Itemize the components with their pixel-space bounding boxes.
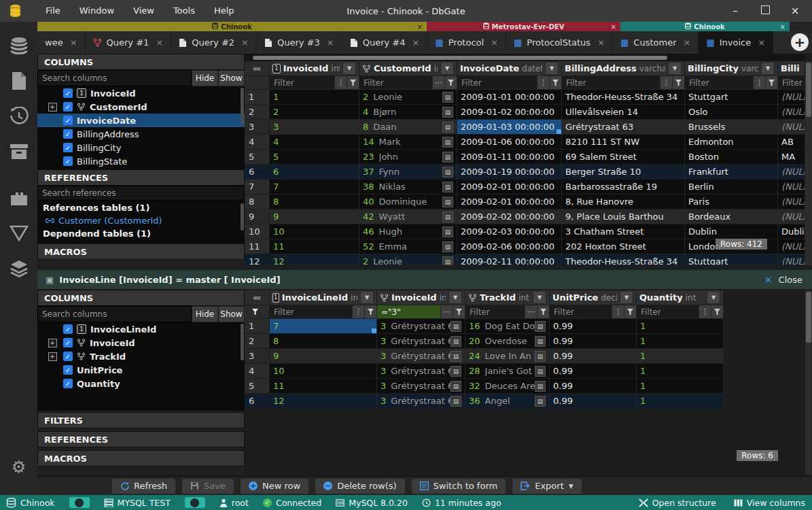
cell-invoicedate[interactable]: 2009-02-02 00:00:00 xyxy=(457,209,562,224)
rail-history-button[interactable] xyxy=(0,101,37,132)
close-connection-icon[interactable]: × xyxy=(780,23,785,31)
toolbar-new-row-button[interactable]: +New row xyxy=(241,479,308,494)
document-preview-icon[interactable]: ▤ xyxy=(451,366,461,377)
cell-customerid[interactable]: 37Fynn▤ xyxy=(359,165,457,180)
column-menu-button[interactable]: ▼ xyxy=(761,62,775,75)
status-mysql-test[interactable]: MYSQL TEST xyxy=(104,498,171,508)
cell-billingcity[interactable]: Brussels xyxy=(685,120,778,135)
filter-cell-customerid[interactable]: Filter⋯ xyxy=(359,76,457,90)
cell-billingcity[interactable]: Stuttgart xyxy=(685,254,778,265)
rail-layers-button[interactable] xyxy=(0,253,37,284)
cell-customerid[interactable]: 2Leonie▤ xyxy=(359,254,457,265)
cell-billingaddress[interactable]: 8, Rue Hanovre xyxy=(562,194,685,209)
cell-invoiceid[interactable]: 1 xyxy=(270,90,359,105)
row-number[interactable]: 6 xyxy=(245,165,270,180)
filter-funnel-button[interactable] xyxy=(444,76,457,89)
column-menu-button[interactable]: ▼ xyxy=(533,291,546,304)
filter-funnel-button[interactable] xyxy=(537,305,549,318)
tab-wee[interactable]: wee× xyxy=(37,31,86,54)
column-menu-button[interactable]: ▼ xyxy=(440,62,454,75)
filter-input[interactable]: Filter xyxy=(562,76,660,89)
document-preview-icon[interactable]: ▤ xyxy=(451,381,461,392)
document-preview-icon[interactable]: ▤ xyxy=(451,396,461,407)
row-number[interactable]: 12 xyxy=(245,254,270,265)
document-preview-icon[interactable]: ▤ xyxy=(442,167,453,177)
cell-customerid[interactable]: 4Bjørn▤ xyxy=(359,105,457,120)
cell-invoiceid[interactable]: 11 xyxy=(270,239,359,254)
column-header-customerid[interactable]: CustomerIdint▼ xyxy=(359,61,457,76)
filter-funnel-button[interactable] xyxy=(364,305,376,318)
cell-invoicedate[interactable]: 2009-02-06 00:00:00 xyxy=(457,239,562,254)
column-menu-button[interactable]: ▼ xyxy=(342,62,356,75)
cell-customerid[interactable]: 46Hugh▤ xyxy=(359,224,457,239)
document-preview-icon[interactable]: ▤ xyxy=(451,321,461,332)
cell-quantity[interactable]: 1 xyxy=(637,364,724,379)
clear-filters-button[interactable] xyxy=(245,305,270,319)
cell-invoicelineid[interactable]: 9 xyxy=(270,349,377,364)
checkbox-checked[interactable]: ✓ xyxy=(63,365,73,375)
expand-icon[interactable]: + xyxy=(48,103,57,112)
filter-input[interactable]: Filter xyxy=(778,76,805,89)
filter-cell-billi[interactable]: Filter xyxy=(778,76,805,90)
show-button-bottom[interactable]: Show xyxy=(218,306,245,322)
document-preview-icon[interactable]: ▤ xyxy=(535,366,546,377)
cell-invoicedate[interactable]: 2009-02-01 00:00:00 xyxy=(457,180,562,194)
macros-header-bottom[interactable]: MACROS xyxy=(37,450,245,466)
close-connection-icon[interactable]: × xyxy=(417,23,423,31)
column-header-billingcity[interactable]: BillingCityvarcha▼ xyxy=(685,61,778,76)
filter-cell-billingcity[interactable]: Filter⋮ xyxy=(685,76,778,90)
cell-invoiceid[interactable]: 3 xyxy=(270,120,359,135)
column-menu-button[interactable]: ▼ xyxy=(545,62,559,75)
column-item-customerid[interactable]: +✓CustomerId xyxy=(37,100,245,114)
status-chinook[interactable]: Chinook xyxy=(6,498,55,508)
expand-icon[interactable]: + xyxy=(48,352,57,361)
cell-billi[interactable]: (NULL) xyxy=(778,194,805,209)
filter-funnel-button[interactable] xyxy=(549,76,561,89)
new-tab-button[interactable]: + xyxy=(791,33,809,51)
cell-invoiceid[interactable]: 6 xyxy=(270,165,359,180)
references-header-bottom[interactable]: REFERENCES xyxy=(37,431,245,447)
close-connection-icon[interactable]: × xyxy=(611,23,616,31)
filter-input[interactable]: Filter xyxy=(550,305,612,318)
cell-invoicedate[interactable]: 2009-01-06 00:00:00 xyxy=(457,135,562,150)
cell-quantity[interactable]: 1 xyxy=(637,349,724,364)
cell-billingcity[interactable]: Boston xyxy=(685,150,778,165)
toolbar-refresh-button[interactable]: Refresh xyxy=(112,479,175,494)
tab-customer[interactable]: ▦Customer× xyxy=(613,31,699,54)
column-header-trackid[interactable]: TrackIdint▼ xyxy=(465,290,550,305)
cell-invoiceid[interactable]: 3Grétrystraat 63▤ xyxy=(377,319,465,334)
cell-invoicelineid[interactable]: 11 xyxy=(270,379,377,394)
cell-invoicelineid[interactable]: 12 xyxy=(270,394,377,409)
document-preview-icon[interactable]: ▤ xyxy=(442,211,453,222)
tab-invoice[interactable]: ▦Invoice× xyxy=(699,31,773,54)
close-tab-icon[interactable]: × xyxy=(683,37,690,48)
row-number[interactable]: 5 xyxy=(245,150,270,165)
filter-input[interactable]: Filter xyxy=(270,305,352,318)
close-tab-icon[interactable]: × xyxy=(70,37,77,48)
row-number[interactable]: 6 xyxy=(245,394,270,409)
cell-billingcity[interactable]: Frankfurt xyxy=(685,165,778,180)
document-preview-icon[interactable]: ▤ xyxy=(442,226,453,237)
cell-billi[interactable]: (NULL) xyxy=(778,180,805,194)
close-tab-icon[interactable]: × xyxy=(412,37,420,48)
cell-invoiceid[interactable]: 3Grétrystraat 63▤ xyxy=(377,394,465,409)
row-number[interactable]: 9 xyxy=(245,209,270,224)
row-number[interactable]: 2 xyxy=(245,334,270,349)
cell-customerid[interactable]: 52Emma▤ xyxy=(359,239,457,254)
cell-invoiceid[interactable]: 3Grétrystraat 63▤ xyxy=(377,334,465,349)
cell-billingaddress[interactable]: Theodor-Heuss-Straße 34 xyxy=(562,254,685,265)
filter-options-button[interactable]: ⋮ xyxy=(352,305,364,318)
status-open-structure[interactable]: Open structure xyxy=(639,498,716,508)
row-number[interactable]: 4 xyxy=(245,364,270,379)
status-color-chip[interactable] xyxy=(69,497,90,508)
close-tab-icon[interactable]: × xyxy=(156,37,163,48)
rail-settings-button[interactable]: ⚙ xyxy=(0,452,37,483)
cell-billi[interactable]: (NULL) xyxy=(778,254,805,265)
cell-billingaddress[interactable]: Theodor-Heuss-Straße 34 xyxy=(562,90,685,105)
cell-quantity[interactable]: 1 xyxy=(637,379,724,394)
close-detail-button[interactable]: × Close xyxy=(764,274,802,285)
cell-invoiceid[interactable]: 7 xyxy=(270,180,359,194)
rail-file-button[interactable] xyxy=(0,65,37,97)
row-number[interactable]: 3 xyxy=(245,120,270,135)
cell-invoiceid[interactable]: 2 xyxy=(270,105,359,120)
